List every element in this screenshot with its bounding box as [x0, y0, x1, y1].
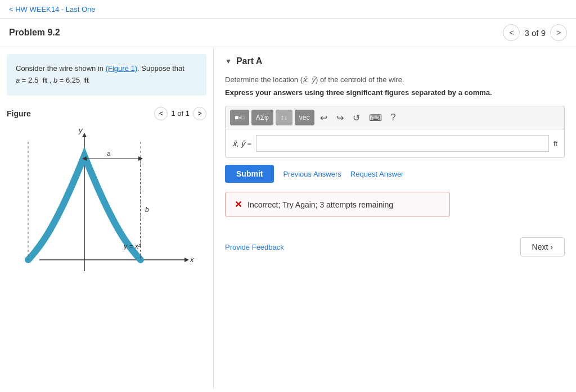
right-panel: ▼ Part A Determine the location (x̄, ȳ) … — [214, 47, 576, 389]
error-message: Incorrect; Try Again; 3 attempts remaini… — [248, 200, 393, 209]
part-label: Part A — [236, 56, 263, 66]
figure-section: Figure < 1 of 1 > — [0, 102, 213, 287]
refresh-button[interactable]: ↺ — [349, 111, 363, 124]
next-button[interactable]: Next › — [520, 237, 565, 256]
context-params: a = 2.5 ft , b = 6.25 ft — [16, 76, 89, 84]
prev-figure-button[interactable]: < — [154, 107, 168, 120]
back-link[interactable]: < HW WEEK14 - Last One — [9, 5, 96, 13]
answer-input[interactable] — [256, 135, 549, 152]
error-box: ✕ Incorrect; Try Again; 3 attempts remai… — [225, 192, 450, 217]
figure-ref-link[interactable]: (Figure 1) — [106, 64, 137, 73]
matrix-button[interactable]: ■√□ — [230, 110, 249, 125]
answer-unit: ft — [554, 139, 557, 148]
figure-header: Figure < 1 of 1 > — [7, 107, 206, 120]
problem-title: Problem 9.2 — [9, 28, 60, 38]
svg-text:b: b — [145, 206, 149, 214]
answer-row: x̄, ȳ = ft — [225, 129, 565, 158]
main-layout: Consider the wire shown in (Figure 1). S… — [0, 47, 576, 389]
submit-button[interactable]: Submit — [225, 165, 274, 183]
context-after: . Suppose that — [137, 64, 184, 73]
figure-nav-label: 1 of 1 — [171, 109, 190, 118]
vec-button[interactable]: vec — [295, 110, 314, 125]
svg-text:y = x²: y = x² — [123, 242, 141, 250]
next-label: Next — [532, 242, 548, 251]
prev-problem-button[interactable]: < — [503, 24, 520, 41]
next-problem-button[interactable]: > — [550, 24, 567, 41]
figure-diagram: y x a — [11, 125, 202, 282]
figure-nav: < 1 of 1 > — [154, 107, 206, 120]
context-before: Consider the wire shown in — [16, 64, 106, 73]
pagination-text: 3 of 9 — [524, 28, 546, 38]
undo-button[interactable]: ↩ — [317, 111, 331, 124]
request-answer-link[interactable]: Request Answer — [350, 170, 404, 178]
bottom-bar: Provide Feedback Next › — [225, 228, 565, 265]
question-bold: Express your answers using three signifi… — [225, 88, 565, 97]
pagination: < 3 of 9 > — [503, 24, 567, 41]
problem-context: Consider the wire shown in (Figure 1). S… — [7, 54, 206, 96]
part-collapse-arrow: ▼ — [225, 57, 232, 65]
help-button[interactable]: ? — [388, 111, 399, 124]
keyboard-button[interactable]: ⌨ — [366, 111, 385, 124]
part-header[interactable]: ▼ Part A — [225, 56, 565, 66]
error-icon: ✕ — [235, 199, 242, 210]
provide-feedback-link[interactable]: Provide Feedback — [225, 243, 284, 251]
redo-button[interactable]: ↪ — [333, 111, 347, 124]
arrows-button[interactable]: ↕↓ — [276, 110, 292, 125]
svg-text:x: x — [190, 255, 194, 264]
svg-text:a: a — [107, 150, 111, 157]
answer-label: x̄, ȳ = — [232, 139, 251, 148]
figure-title: Figure — [7, 109, 31, 118]
action-row: Submit Previous Answers Request Answer — [225, 165, 565, 183]
math-toolbar: ■√□ AΣφ ↕↓ vec ↩ ↪ ↺ ⌨ ? — [225, 106, 565, 129]
next-arrow-icon: › — [550, 242, 553, 251]
next-figure-button[interactable]: > — [193, 107, 206, 120]
top-nav: < HW WEEK14 - Last One — [0, 0, 576, 19]
header-bar: Problem 9.2 < 3 of 9 > — [0, 19, 576, 47]
greek-button[interactable]: AΣφ — [251, 110, 273, 125]
figure-svg: y x a — [11, 125, 202, 282]
left-panel: Consider the wire shown in (Figure 1). S… — [0, 47, 214, 389]
question-text: Determine the location (x̄, ȳ) of the ce… — [225, 75, 565, 84]
previous-answers-link[interactable]: Previous Answers — [283, 170, 341, 178]
